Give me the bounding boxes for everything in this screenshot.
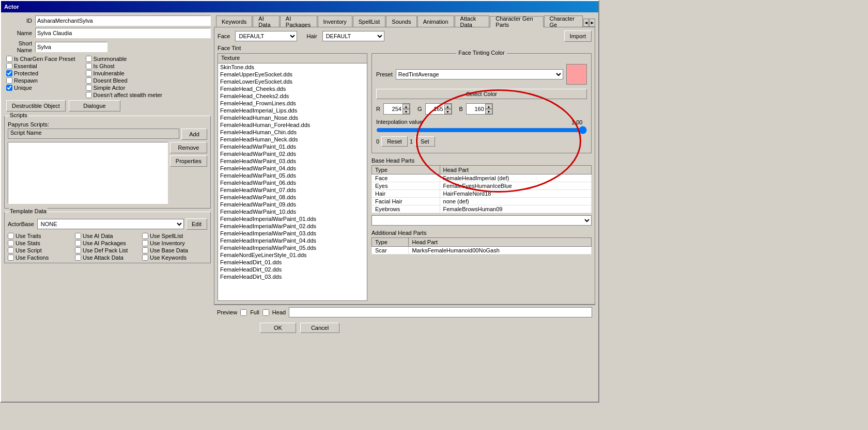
texture-item[interactable]: FemaleNordEyeLinerStyle_01.dds (218, 251, 367, 259)
tab-attack-data[interactable]: Attack Data (455, 15, 490, 27)
no-stealth-check[interactable] (86, 92, 92, 98)
base-head-dropdown[interactable] (371, 215, 592, 226)
unique-check[interactable] (6, 85, 12, 91)
tab-animation[interactable]: Animation (417, 15, 454, 27)
select-color-button[interactable]: Select Color (376, 89, 587, 99)
texture-item[interactable]: FemaleHeadHuman_Neck.dds (218, 136, 367, 143)
use-inventory-check[interactable] (142, 240, 148, 246)
texture-item[interactable]: FemaleHeadWarPaint_07.dds (218, 186, 367, 194)
properties-script-button[interactable]: Properties (170, 155, 207, 167)
texture-item[interactable]: FemaleHeadImperialWarPaint_01.dds (218, 215, 367, 222)
texture-item[interactable]: FemaleHead_Cheeks2.dds (218, 92, 367, 100)
scripts-list[interactable] (8, 142, 168, 204)
texture-item[interactable]: FemaleUpperEyeSocket.dds (218, 71, 367, 78)
texture-item[interactable]: FemaleHeadDirt_03.dds (218, 273, 367, 280)
edit-actor-base-button[interactable]: Edit (186, 218, 207, 230)
texture-item[interactable]: FemaleHeadDirt_02.dds (218, 266, 367, 273)
texture-item[interactable]: FemaleHeadHuman_Chin.dds (218, 129, 367, 136)
texture-item[interactable]: FemaleHeadImperialWarPaint_03.dds (218, 230, 367, 237)
b-value-input[interactable] (467, 104, 485, 114)
name-input[interactable] (35, 28, 211, 38)
r-value-input[interactable] (384, 104, 402, 114)
dialogue-button[interactable]: Dialogue (69, 100, 120, 112)
use-script-check[interactable] (8, 247, 14, 253)
essential-check[interactable] (6, 63, 12, 69)
r-up-arrow[interactable]: ▲ (402, 104, 410, 109)
invulnerable-check[interactable] (86, 70, 92, 76)
use-def-pack-list-check[interactable] (75, 247, 81, 253)
use-attack-data-check[interactable] (75, 254, 81, 261)
tab-ai-data[interactable]: AI Data (253, 15, 280, 27)
texture-item[interactable]: FemaleHeadDirt_01.dds (218, 259, 367, 266)
hair-select[interactable]: DEFAULT (322, 31, 384, 41)
actor-base-select[interactable]: NONE (37, 219, 184, 229)
g-down-arrow[interactable]: ▼ (444, 109, 452, 114)
tab-prev-button[interactable]: ◄ (583, 19, 590, 27)
is-ghost-check[interactable] (86, 63, 92, 69)
texture-item[interactable]: FemaleHeadWarPaint_02.dds (218, 150, 367, 157)
doesnt-bleed-check[interactable] (86, 77, 92, 84)
use-traits-check[interactable] (8, 233, 14, 239)
texture-item[interactable]: FemaleHead_FrownLines.dds (218, 100, 367, 107)
texture-item[interactable]: FemaleHeadWarPaint_05.dds (218, 172, 367, 179)
texture-list[interactable]: SkinTone.ddsFemaleUpperEyeSocket.ddsFema… (218, 63, 367, 301)
texture-item[interactable]: FemaleHeadWarPaint_08.dds (218, 194, 367, 201)
texture-item[interactable]: FemaleHeadWarPaint_01.dds (218, 143, 367, 150)
reset-interp-button[interactable]: Reset (381, 136, 408, 147)
tab-next-button[interactable]: ► (589, 19, 595, 27)
tab-ai-packages[interactable]: AI Packages (280, 15, 317, 27)
preset-select[interactable]: RedTintAverage (396, 69, 563, 79)
destructible-object-button[interactable]: Destructible Object (6, 100, 66, 112)
respawn-check[interactable] (6, 77, 12, 84)
texture-item[interactable]: FemaleHeadWarPaint_03.dds (218, 157, 367, 165)
use-keywords-check[interactable] (142, 254, 148, 261)
preview-input[interactable] (289, 307, 592, 317)
use-factions-check[interactable] (8, 254, 14, 261)
full-preview-check[interactable] (240, 309, 247, 316)
texture-item[interactable]: FemaleHeadWarPaint_10.dds (218, 208, 367, 215)
texture-item[interactable]: FemaleHeadImperialWarPaint_02.dds (218, 222, 367, 230)
texture-item[interactable]: FemaleHeadHuman_Nose.dds (218, 114, 367, 121)
use-ai-data-check[interactable] (75, 233, 81, 239)
tab-spelllist[interactable]: SpellList (353, 15, 386, 27)
interpolation-slider[interactable] (376, 126, 587, 134)
texture-item[interactable]: SkinTone.dds (218, 63, 367, 71)
texture-item[interactable]: FemaleHeadImperialWarPaint_04.dds (218, 237, 367, 244)
texture-item[interactable]: FemaleHeadImperial_Lips.dds (218, 107, 367, 114)
simple-actor-check[interactable] (86, 85, 92, 91)
add-script-button[interactable]: Add (181, 129, 207, 140)
cancel-button[interactable]: Cancel (300, 323, 339, 333)
use-ai-packages-check[interactable] (75, 240, 81, 246)
tab-keywords[interactable]: Keywords (216, 15, 252, 27)
g-value-input[interactable] (426, 104, 444, 114)
texture-item[interactable]: FemaleLowerEyeSocket.dds (218, 78, 367, 85)
face-select[interactable]: DEFAULT (235, 31, 297, 41)
tab-inventory[interactable]: Inventory (318, 15, 352, 27)
r-down-arrow[interactable]: ▼ (402, 109, 410, 114)
short-name-input[interactable] (35, 42, 107, 52)
import-button[interactable]: Import (564, 30, 592, 42)
b-down-arrow[interactable]: ▼ (485, 109, 492, 114)
b-up-arrow[interactable]: ▲ (485, 104, 492, 109)
id-input[interactable] (35, 15, 211, 26)
set-interp-button[interactable]: Set (415, 136, 435, 147)
ok-button[interactable]: OK (260, 323, 296, 333)
remove-script-button[interactable]: Remove (170, 142, 207, 153)
texture-item[interactable]: FemaleHeadWarPaint_06.dds (218, 179, 367, 186)
use-base-data-check[interactable] (142, 247, 148, 253)
texture-item[interactable]: FemaleHeadHuman_ForeHead.dds (218, 121, 367, 129)
summonable-check[interactable] (86, 56, 92, 62)
texture-item[interactable]: FemaleHeadWarPaint_04.dds (218, 165, 367, 172)
use-stats-check[interactable] (8, 240, 14, 246)
texture-item[interactable]: FemaleHead_Cheeks.dds (218, 85, 367, 92)
tab-character-gen-parts[interactable]: Character Gen Parts (490, 16, 543, 27)
texture-item[interactable]: FemaleHeadWarPaint_09.dds (218, 201, 367, 208)
use-spelllist-check[interactable] (142, 233, 148, 239)
chargen-face-preset-check[interactable] (6, 56, 12, 62)
g-up-arrow[interactable]: ▲ (444, 104, 452, 109)
protected-check[interactable] (6, 70, 12, 76)
tab-sounds[interactable]: Sounds (386, 15, 416, 27)
texture-item[interactable]: FemaleHeadImperialWarPaint_05.dds (218, 244, 367, 251)
tab-character-ge[interactable]: Character Ge (544, 15, 583, 27)
head-preview-check[interactable] (262, 309, 269, 316)
